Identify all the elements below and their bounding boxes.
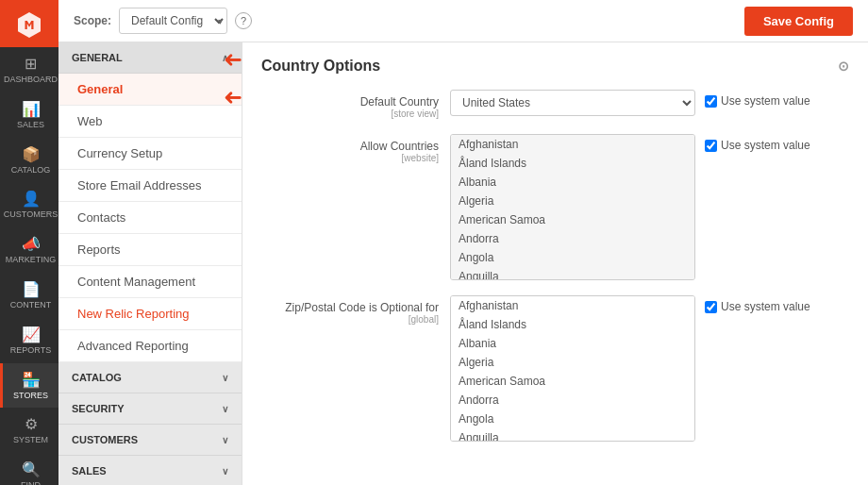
list-item[interactable]: Albania [451, 173, 694, 192]
form-row-allow_countries: Allow Countries[website]AfghanistanÅland… [261, 134, 849, 280]
nav-chevron-sales: ∨ [222, 466, 228, 477]
sidebar-item-stores[interactable]: 🏪 STORES [0, 363, 58, 409]
list-item[interactable]: Anguilla [451, 267, 694, 280]
nav-item-store_email[interactable]: Store Email Addresses [58, 170, 242, 202]
scope-wrapper: Default Config [119, 8, 227, 34]
system-value-cb-allow_countries: Use system value [705, 134, 810, 152]
nav-section-security[interactable]: SECURITY ∨ [58, 393, 242, 425]
marketing-icon: 📣 [22, 235, 41, 253]
help-icon[interactable]: ? [235, 12, 252, 29]
sidebar-label-system: SYSTEM [13, 435, 48, 445]
sidebar-item-system[interactable]: ⚙ SYSTEM [0, 408, 58, 453]
system-value-label-allow_countries: Use system value [721, 139, 810, 152]
nav-section-label-general: GENERAL [72, 52, 123, 63]
listbox-wrapper-allow_countries: AfghanistanÅland IslandsAlbaniaAlgeriaAm… [450, 134, 695, 280]
listbox-wrapper-zip_optional: AfghanistanÅland IslandsAlbaniaAlgeriaAm… [450, 295, 695, 442]
nav-item-contacts[interactable]: Contacts [58, 202, 242, 234]
list-item[interactable]: Anguilla [451, 428, 694, 442]
nav-chevron-catalog: ∨ [222, 373, 228, 383]
list-item[interactable]: Andorra [451, 391, 694, 410]
system-value-checkbox-allow_countries[interactable] [705, 140, 717, 152]
nav-item-web[interactable]: Web [58, 106, 242, 138]
form-label-zip_optional: Zip/Postal Code is Optional for[global] [261, 295, 450, 325]
list-item[interactable]: Åland Islands [451, 154, 694, 173]
sidebar-label-stores: STORES [13, 391, 48, 401]
sidebar-label-find_partners: FIND PARTNERS & EXTENSIONS [4, 480, 58, 485]
topbar-left: Scope: Default Config ? [74, 8, 252, 34]
nav-item-general[interactable]: General [58, 74, 242, 106]
catalog-icon: 📦 [22, 145, 41, 163]
sidebar-item-catalog[interactable]: 📦 CATALOG [0, 138, 58, 183]
nav-item-content_mgmt[interactable]: Content Management [58, 266, 242, 298]
list-item[interactable]: Åland Islands [451, 315, 694, 334]
list-item[interactable]: Andorra [451, 229, 694, 248]
system-value-label-zip_optional: Use system value [721, 300, 810, 313]
list-item[interactable]: Algeria [451, 353, 694, 372]
sidebar-item-dashboard[interactable]: ⊞ DASHBOARD [0, 47, 58, 92]
system-value-checkbox-default_country[interactable] [705, 95, 717, 108]
save-config-button[interactable]: Save Config [744, 7, 853, 36]
nav-section-label-sales: SALES [72, 465, 107, 477]
list-item[interactable]: American Samoa [451, 210, 694, 229]
sidebar-label-reports: REPORTS [10, 345, 51, 356]
sidebar-label-content: CONTENT [10, 300, 52, 310]
sidebar-label-marketing: MARKETING [6, 255, 57, 265]
dashboard-icon: ⊞ [25, 55, 37, 73]
nav-item-advanced_reporting[interactable]: Advanced Reporting [58, 330, 242, 362]
sidebar-item-marketing[interactable]: 📣 MARKETING [0, 227, 58, 273]
nav-item-currency_setup[interactable]: Currency Setup [58, 138, 242, 170]
list-item[interactable]: American Samoa [451, 372, 694, 391]
section-title: Country Options ⊙ [261, 58, 849, 75]
sales-icon: 📊 [22, 100, 41, 118]
topbar: Scope: Default Config ? Save Config [58, 0, 868, 42]
list-item[interactable]: Angola [451, 248, 694, 267]
system-value-cb-default_country: Use system value [705, 90, 810, 108]
sidebar-label-customers: CUSTOMERS [4, 209, 58, 220]
listbox-allow_countries[interactable]: AfghanistanÅland IslandsAlbaniaAlgeriaAm… [450, 134, 695, 280]
nav-section-label-catalog: CATALOG [72, 372, 122, 383]
content-area: GENERAL ∧ GeneralWebCurrency SetupStore … [58, 42, 868, 485]
form-control-zip_optional: AfghanistanÅland IslandsAlbaniaAlgeriaAm… [450, 295, 849, 442]
sidebar-label-sales: SALES [17, 120, 44, 130]
content-icon: 📄 [22, 280, 41, 298]
reports-icon: 📈 [22, 326, 41, 343]
nav-section-general[interactable]: GENERAL ∧ [58, 42, 242, 74]
stores-icon: 🏪 [22, 371, 41, 389]
listbox-zip_optional[interactable]: AfghanistanÅland IslandsAlbaniaAlgeriaAm… [450, 295, 695, 442]
nav-item-new_relic[interactable]: New Relic Reporting [58, 298, 242, 330]
customers-icon: 👤 [22, 190, 41, 208]
nav-chevron-security: ∨ [222, 404, 228, 414]
scope-select[interactable]: Default Config [119, 8, 227, 34]
list-item[interactable]: Albania [451, 334, 694, 353]
form-label-default_country: Default Country[store view] [261, 90, 450, 119]
main-wrapper: Scope: Default Config ? Save Config GENE… [58, 0, 868, 485]
nav-chevron-customers: ∨ [222, 435, 228, 445]
form-label-allow_countries: Allow Countries[website] [261, 134, 450, 163]
form-row-zip_optional: Zip/Postal Code is Optional for[global]A… [261, 295, 849, 442]
list-item[interactable]: Algeria [451, 192, 694, 210]
select-default_country[interactable]: United States [450, 90, 695, 116]
nav-section-catalog[interactable]: CATALOG ∨ [58, 362, 242, 393]
sidebar-item-content[interactable]: 📄 CONTENT [0, 273, 58, 318]
main-content: Country Options ⊙ Default Country[store … [242, 42, 868, 485]
collapse-icon[interactable]: ⊙ [838, 59, 849, 74]
sidebar-item-customers[interactable]: 👤 CUSTOMERS [0, 182, 58, 227]
nav-item-reports[interactable]: Reports [58, 234, 242, 266]
find_partners-icon: 🔍 [22, 460, 41, 478]
sidebar: ⊞ DASHBOARD 📊 SALES 📦 CATALOG 👤 CUSTOMER… [0, 0, 58, 485]
logo [0, 0, 58, 47]
left-nav: GENERAL ∧ GeneralWebCurrency SetupStore … [58, 42, 242, 485]
list-item[interactable]: Afghanistan [451, 135, 694, 154]
sidebar-label-catalog: CATALOG [11, 165, 51, 176]
system-icon: ⚙ [25, 415, 38, 433]
list-item[interactable]: Angola [451, 410, 694, 428]
system-value-checkbox-zip_optional[interactable] [705, 301, 717, 313]
nav-section-sales[interactable]: SALES ∨ [58, 456, 242, 485]
form-row-default_country: Default Country[store view]United States… [261, 90, 849, 119]
sidebar-item-reports[interactable]: 📈 REPORTS [0, 318, 58, 363]
nav-section-customers[interactable]: CUSTOMERS ∨ [58, 425, 242, 456]
nav-section-label-security: SECURITY [72, 403, 125, 414]
list-item[interactable]: Afghanistan [451, 296, 694, 315]
sidebar-item-sales[interactable]: 📊 SALES [0, 92, 58, 138]
sidebar-item-find_partners[interactable]: 🔍 FIND PARTNERS & EXTENSIONS [0, 453, 58, 485]
